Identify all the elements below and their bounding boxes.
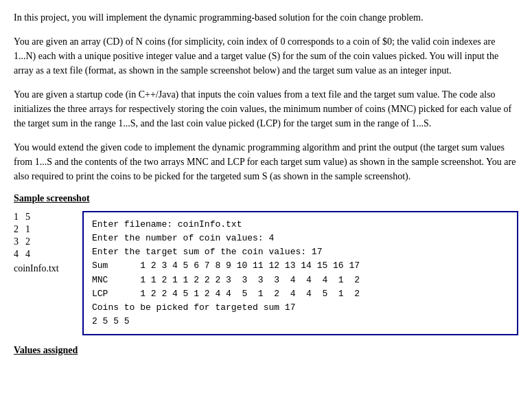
paragraph-3: You are given a startup code (in C++/Jav… (14, 87, 518, 131)
table-cell-value: 5 (25, 211, 37, 223)
screenshot-section: 1 5 2 1 3 2 4 4 c (14, 211, 518, 335)
table-cell-value: 2 (25, 236, 37, 248)
paragraph-4: You would extend the given code to imple… (14, 140, 518, 183)
coininfo-label: coinInfo.txt (14, 263, 69, 274)
table-cell-index: 2 (14, 223, 25, 236)
table-row: 4 4 (14, 248, 37, 260)
table-cell-value: 4 (25, 248, 37, 260)
table-cell-index: 3 (14, 236, 25, 248)
table-row: 2 1 (14, 223, 37, 236)
paragraph-2: You are given an array (CD) of N coins (… (14, 34, 518, 78)
main-content: In this project, you will implement the … (14, 10, 518, 356)
coin-table: 1 5 2 1 3 2 4 4 (14, 211, 69, 260)
values-assigned-heading: Values assigned (14, 345, 518, 356)
sample-screenshot-heading: Sample screenshot (14, 193, 518, 204)
table-row: 3 2 (14, 236, 37, 248)
paragraph-1: In this project, you will implement the … (14, 10, 518, 25)
left-data-column: 1 5 2 1 3 2 4 4 c (14, 211, 69, 274)
terminal-box: Enter filename: coinInfo.txt Enter the n… (82, 211, 518, 335)
table-cell-index: 1 (14, 211, 25, 223)
table-cell-value: 1 (25, 223, 37, 236)
table-row: 1 5 (14, 211, 37, 223)
table-cell-index: 4 (14, 248, 25, 260)
